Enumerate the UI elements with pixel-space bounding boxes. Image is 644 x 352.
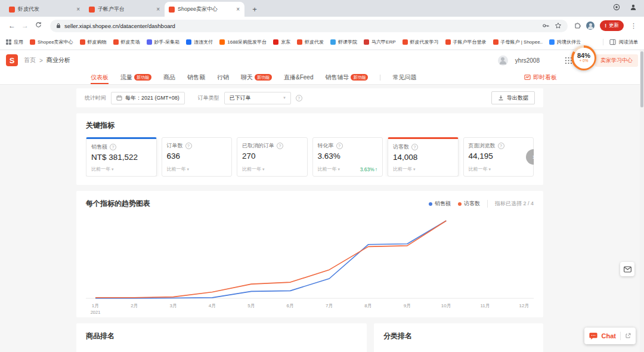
tab-close-icon[interactable]: × [156, 7, 160, 13]
compare-period-selector[interactable]: 比前一年▾ [91, 166, 114, 172]
breadcrumb-home[interactable]: 首页 [24, 56, 36, 64]
legend-item-sales[interactable]: 销售额 [429, 200, 451, 208]
chevron-down-icon: ▾ [413, 167, 416, 172]
bookmark-item[interactable]: 应用 [6, 39, 23, 45]
nav-tab-live-feed[interactable]: 直播&Feed [284, 70, 313, 84]
realtime-dashboard-button[interactable]: 即时看板 [524, 73, 557, 82]
new-feature-badge: 新功能 [134, 74, 151, 81]
chat-popout-icon[interactable] [625, 333, 631, 339]
bookmark-item[interactable]: 虾皮卖场 [113, 39, 140, 45]
chart-legend: 销售额访客数 指标已选择 2 / 4 [429, 200, 534, 208]
legend-dot [429, 202, 432, 206]
nav-tab-products[interactable]: 商品 [163, 70, 175, 84]
back-button[interactable]: ← [6, 21, 18, 30]
page-scrollbar[interactable] [640, 50, 644, 352]
reading-list-button[interactable]: 阅读清单 [603, 39, 638, 45]
metric-card-orders[interactable]: 订单数?636比前一年▾ [162, 137, 233, 177]
nav-tab-marketing[interactable]: 行销 [217, 70, 229, 84]
forward-button[interactable]: → [19, 21, 31, 30]
metric-delta: 3.63%↑ [360, 166, 377, 172]
legend-label: 销售额 [435, 200, 451, 208]
help-icon[interactable]: ? [110, 144, 116, 150]
bookmark-favicon [297, 39, 302, 45]
chrome-update-button[interactable]: ! 更新 [600, 20, 624, 31]
nav-tab-sales[interactable]: 销售额 [187, 70, 205, 84]
media-controls-icon[interactable] [613, 4, 620, 11]
nav-tab-traffic[interactable]: 流量新功能 [120, 70, 151, 84]
bookmark-item[interactable]: 子母账户 | Shopee.. [493, 39, 543, 45]
metric-value: 636 [167, 152, 227, 160]
chrome-avatar[interactable] [586, 21, 595, 30]
feedback-envelope-button[interactable] [620, 262, 634, 276]
bookmark-label: Shopee卖家中心 [38, 39, 73, 45]
metric-card-conversion-rate[interactable]: 转化率?3.63%比前一年▾3.63%↑ [312, 137, 383, 177]
bookmark-item[interactable]: 马六甲ERP [364, 39, 395, 45]
bookmark-star-icon[interactable] [555, 22, 562, 29]
browser-menu-icon[interactable]: ⋮ [629, 22, 638, 30]
bookmark-item[interactable]: 连连支付 [186, 39, 213, 45]
help-icon[interactable]: ? [185, 143, 192, 149]
compare-period-selector[interactable]: 比前一年▾ [242, 166, 265, 172]
compare-period-selector[interactable]: 比前一年▾ [393, 166, 416, 172]
browser-tab[interactable]: Shopee卖家中心× [165, 2, 244, 17]
bookmark-item[interactable]: 子账户平台登录 [445, 39, 487, 45]
browser-tab[interactable]: 子帐户平台× [85, 2, 165, 17]
tab-close-icon[interactable]: × [76, 7, 80, 13]
nav-tab-faq[interactable]: 常见问题 [392, 70, 416, 84]
export-data-button[interactable]: 导出数据 [491, 91, 535, 104]
bookmark-item[interactable]: 虾皮购物 [80, 39, 107, 45]
scrollbar-thumb[interactable] [640, 51, 643, 107]
chat-widget[interactable]: Chat [584, 328, 636, 344]
nav-tab-chat[interactable]: 聊天新功能 [241, 70, 272, 84]
date-range-picker[interactable]: 每年：2021 (GMT+08) [111, 92, 185, 104]
trend-line-visitors [95, 221, 446, 298]
bookmark-item[interactable]: 京东 [273, 39, 290, 45]
help-icon[interactable]: ? [277, 143, 283, 149]
help-icon[interactable]: ? [498, 143, 504, 149]
metric-label: 销售额 [91, 143, 107, 151]
nav-items: 仪表板流量新功能商品销售额行销聊天新功能直播&Feed销售辅导新功能常见问题 [91, 70, 416, 84]
bookmark-item[interactable]: 跨境伙伴云 [549, 39, 581, 45]
refresh-button[interactable] [32, 21, 44, 30]
bookmark-item[interactable]: 妙手-采集箱 [147, 39, 180, 45]
tab-container: 虾皮代发×子帐户平台×Shopee卖家中心× [5, 0, 244, 17]
account-health-gauge[interactable]: 84% + 0% [571, 45, 596, 70]
metric-label-row: 订单数? [167, 142, 227, 150]
omnibox[interactable]: seller.xiapi.shopee.cn/datacenter/dashbo… [50, 20, 568, 32]
browser-profile-icon[interactable] [630, 4, 637, 11]
compare-period-selector[interactable]: 比前一年▾ [167, 166, 190, 172]
shopee-logo[interactable]: S [6, 54, 18, 66]
order-type-select[interactable]: 已下订单 ▾ [224, 92, 291, 104]
nav-tab-dashboard[interactable]: 仪表板 [91, 70, 109, 84]
new-tab-button[interactable]: + [249, 4, 260, 14]
compare-period-selector[interactable]: 比前一年▾ [318, 166, 340, 172]
key-icon[interactable] [542, 22, 549, 29]
bookmark-label: 1688采购批发平台 [227, 39, 267, 45]
help-icon[interactable]: ? [411, 144, 418, 150]
browser-tab[interactable]: 虾皮代发× [5, 2, 85, 17]
legend-item-visitors[interactable]: 访客数 [458, 200, 480, 208]
metric-card-page-views[interactable]: 页面浏览数?44,195比前一年▾ [463, 137, 534, 177]
help-icon[interactable]: ? [336, 143, 343, 149]
user-avatar[interactable] [498, 55, 508, 66]
time-filter-label: 统计时间 [85, 94, 106, 102]
metric-card-sales[interactable]: 销售额?NT$ 381,522比前一年▾ [86, 137, 157, 177]
tab-title: 子帐户平台 [98, 5, 153, 13]
seller-learning-center-button[interactable]: 卖家学习中心 [595, 54, 638, 67]
bookmark-item[interactable]: 虾课学院 [330, 39, 357, 45]
bookmark-item[interactable]: 虾皮代发学习 [402, 39, 439, 45]
bookmark-item[interactable]: 虾皮代发 [297, 39, 324, 45]
chat-bubble-icon [589, 332, 597, 340]
tab-close-icon[interactable]: × [236, 7, 240, 13]
metric-card-visitors[interactable]: 访客数?14,008比前一年▾ [388, 137, 459, 177]
username[interactable]: yhrs2008 [515, 57, 540, 64]
metric-card-cancelled-orders[interactable]: 已取消的订单?270比前一年▾ [237, 137, 308, 177]
extensions-icon[interactable] [574, 22, 581, 29]
order-type-help-icon[interactable]: ? [296, 95, 302, 101]
bookmark-label: 虾皮卖场 [121, 39, 140, 45]
compare-period-selector[interactable]: 比前一年▾ [469, 166, 491, 172]
nav-tab-coaching[interactable]: 销售辅导新功能 [325, 70, 368, 84]
bookmark-item[interactable]: Shopee卖家中心 [30, 39, 73, 45]
metrics-selected-note: 指标已选择 2 / 4 [487, 200, 534, 208]
bookmark-item[interactable]: 1688采购批发平台 [219, 39, 267, 45]
